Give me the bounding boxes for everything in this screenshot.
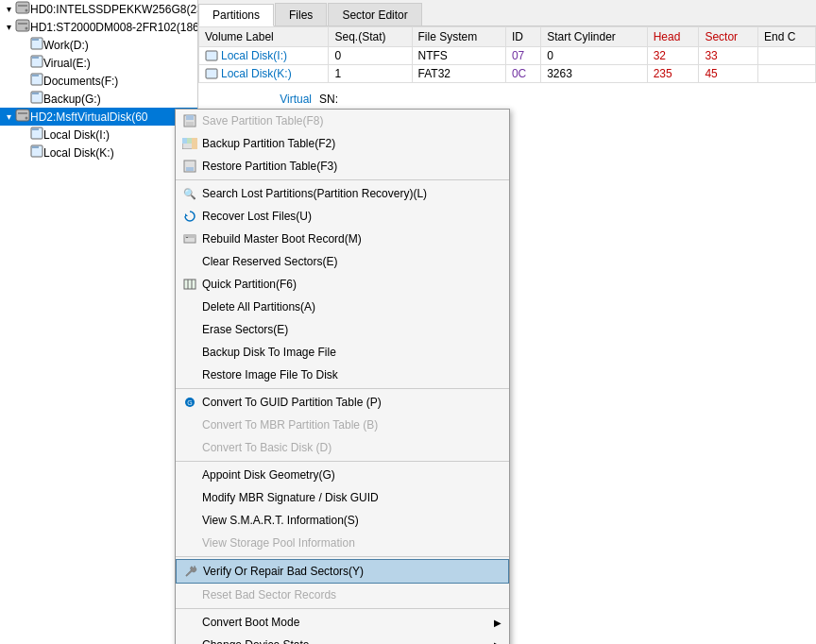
tree-item-hd1[interactable]: ▾HD1:ST2000DM008-2FR102(1863GB) (0, 18, 197, 36)
svg-point-16 (26, 117, 28, 120)
col-volume-label: Volume Label (199, 27, 329, 47)
empty-icon (181, 614, 198, 631)
wrench-icon (182, 563, 199, 580)
menu-item-label: Erase Sectors(E) (202, 323, 288, 336)
expand-icon[interactable] (17, 146, 30, 160)
menu-item-change-device-state[interactable]: Change Device State▶ (176, 634, 509, 644)
restore-icon (181, 158, 198, 175)
tree-item-label: HD2:MsftVirtualDisk(60 (30, 110, 147, 124)
menu-item-label: Convert Boot Mode (202, 616, 299, 629)
menu-item-label: Convert To GUID Partition Table (P) (202, 396, 382, 409)
menu-separator (176, 461, 509, 462)
volume-icon (30, 127, 43, 143)
menu-item-appoint-geometry[interactable]: Appoint Disk Geometry(G) (176, 464, 509, 486)
svg-rect-4 (18, 23, 27, 25)
svg-rect-11 (32, 75, 39, 76)
cell-sector: 45 (699, 65, 758, 83)
cell-volume-label: Local Disk(K:) (199, 65, 329, 83)
menu-item-verify-repair[interactable]: Verify Or Repair Bad Sectors(Y) (176, 559, 509, 584)
menu-item-modify-mbr-signature[interactable]: Modify MBR Signature / Disk GUID (176, 486, 509, 509)
menu-item-backup-disk-image[interactable]: Backup Disk To Image File (176, 341, 509, 364)
tree-item-label: Documents(F:) (43, 75, 118, 88)
tree-item-virtual[interactable]: Virual(E:) (0, 54, 197, 72)
tree-item-label: HD0:INTELSSDPEKKW256G8(238GB) (30, 3, 198, 16)
blue-circle-icon: G (181, 394, 198, 411)
menu-item-label: Search Lost Partitions(Partition Recover… (202, 187, 427, 200)
menu-item-restore-partition-table[interactable]: Restore Partition Table(F3) (176, 155, 509, 178)
cell-seq-stat: 0 (329, 47, 412, 65)
col-sector: Sector (699, 27, 758, 47)
context-menu[interactable]: Save Partition Table(F8)Backup Partition… (175, 109, 510, 644)
svg-rect-21 (206, 51, 217, 60)
svg-rect-31 (186, 167, 194, 171)
menu-item-search-lost-partitions[interactable]: 🔍Search Lost Partitions(Partition Recove… (176, 182, 509, 205)
menu-item-view-storage-pool: View Storage Pool Information (176, 532, 509, 554)
cell-volume-label: Local Disk(I:) (199, 47, 329, 65)
menu-item-recover-lost-files[interactable]: Recover Lost Files(U) (176, 205, 509, 228)
svg-rect-9 (32, 57, 39, 59)
menu-item-convert-boot-mode[interactable]: Convert Boot Mode▶ (176, 611, 509, 634)
expand-icon[interactable] (17, 57, 30, 70)
svg-rect-28 (187, 138, 192, 144)
empty-icon (181, 416, 198, 433)
menu-item-label: Backup Disk To Image File (202, 346, 336, 359)
tree-item-documents[interactable]: Documents(F:) (0, 72, 197, 90)
tree-item-localdisk_k[interactable]: Local Disk(K:) (0, 144, 197, 161)
menu-item-delete-all-partitions[interactable]: Delete All Partitions(A) (176, 296, 509, 318)
menu-item-quick-partition[interactable]: Quick Partition(F6) (176, 273, 509, 296)
harddisk-icon (15, 19, 30, 35)
menu-item-rebuild-mbr[interactable]: Rebuild Master Boot Record(M) (176, 228, 509, 250)
menu-separator (176, 388, 509, 389)
expand-icon[interactable] (17, 75, 30, 88)
tree-item-label: Backup(G:) (43, 93, 101, 106)
menu-item-restore-image[interactable]: Restore Image File To Disk (176, 364, 509, 386)
cell-start-cylinder: 3263 (541, 65, 648, 83)
cell-id: 0C (505, 65, 540, 83)
submenu-arrow-icon: ▶ (494, 640, 502, 645)
expand-icon[interactable] (17, 39, 30, 52)
tree-item-work[interactable]: Work(D:) (0, 36, 197, 54)
menu-item-erase-sectors[interactable]: Erase Sectors(E) (176, 318, 509, 341)
menu-item-save-partition-table: Save Partition Table(F8) (176, 110, 509, 132)
menu-item-backup-partition-table[interactable]: Backup Partition Table(F2) (176, 132, 509, 155)
table-row[interactable]: Local Disk(I:)0NTFS0703233 (199, 47, 816, 65)
collapse-icon[interactable]: ▾ (2, 21, 15, 34)
col-id: ID (505, 27, 540, 47)
rebuild-icon (181, 230, 198, 247)
quick-partition-icon (181, 276, 198, 293)
tree-item-backup[interactable]: Backup(G:) (0, 90, 197, 108)
tab-sector-editor[interactable]: Sector Editor (328, 3, 421, 25)
save-icon (181, 112, 198, 129)
menu-item-convert-guid[interactable]: GConvert To GUID Partition Table (P) (176, 391, 509, 414)
empty-icon (181, 586, 198, 603)
tab-partitions[interactable]: Partitions (198, 4, 274, 26)
collapse-icon[interactable]: ▾ (2, 110, 15, 124)
empty-icon (181, 366, 198, 383)
tab-bar: Partitions Files Sector Editor (198, 0, 816, 26)
tree-item-localdisk_i[interactable]: Local Disk(I:) (0, 126, 197, 144)
svg-rect-22 (206, 69, 217, 78)
menu-item-view-smart[interactable]: View S.M.A.R.T. Information(S) (176, 509, 509, 532)
menu-item-label: Modify MBR Signature / Disk GUID (202, 491, 379, 504)
menu-item-label: Quick Partition(F6) (202, 278, 297, 291)
svg-rect-1 (18, 5, 27, 7)
harddisk-icon (15, 1, 30, 17)
collapse-icon[interactable]: ▾ (2, 3, 15, 16)
empty-icon (181, 466, 198, 483)
tree-item-label: Work(D:) (43, 39, 89, 52)
menu-item-clear-reserved[interactable]: Clear Reserved Sectors(E) (176, 250, 509, 273)
partitions-table: Volume Label Seq.(Stat) File System ID S… (198, 26, 816, 83)
cell-end-c (758, 65, 816, 83)
tab-files[interactable]: Files (275, 3, 327, 25)
expand-icon[interactable] (17, 93, 30, 106)
tree-item-hd0[interactable]: ▾HD0:INTELSSDPEKKW256G8(238GB) (0, 0, 197, 18)
tree-item-hd2[interactable]: ▾HD2:MsftVirtualDisk(60 (0, 108, 197, 126)
menu-item-label: Change Device State (202, 638, 309, 644)
expand-icon[interactable] (17, 128, 30, 142)
cell-end-c (758, 47, 816, 65)
col-end-c: End C (758, 27, 816, 47)
menu-item-label: Backup Partition Table(F2) (202, 137, 335, 150)
svg-point-5 (26, 27, 28, 30)
table-row[interactable]: Local Disk(K:)1FAT320C326323545 (199, 65, 816, 83)
recover-icon (181, 208, 198, 225)
